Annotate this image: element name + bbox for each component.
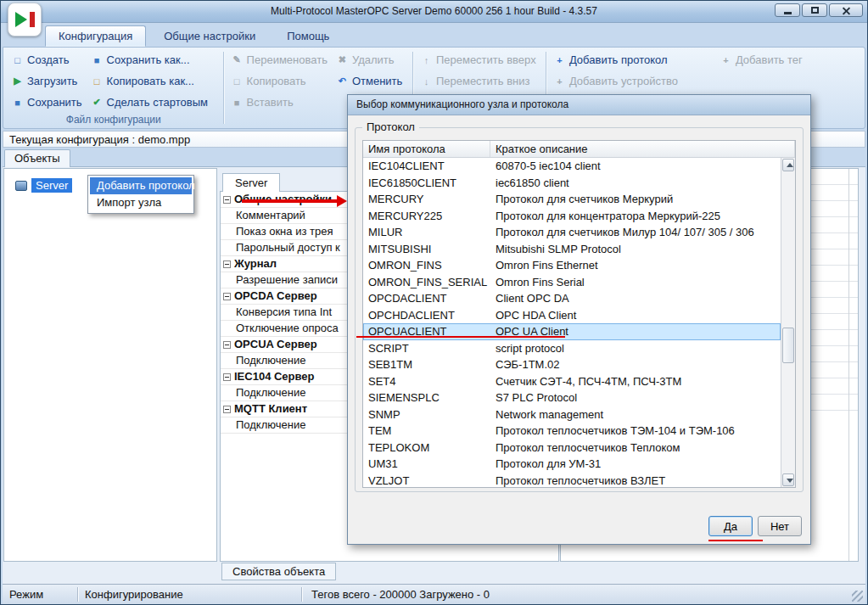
protocol-name-cell: MILUR bbox=[363, 224, 490, 241]
collapse-icon[interactable] bbox=[223, 341, 231, 349]
scroll-down-icon[interactable] bbox=[782, 473, 794, 486]
protocol-row[interactable]: TEMПротокол теплосчетчиков ТЭМ-104 и ТЭМ… bbox=[363, 423, 781, 440]
toolbar-button[interactable]: ↑Переместить вверх bbox=[416, 49, 543, 70]
protocol-rows: IEC104CLIENT60870-5 iec104 clientIEC6185… bbox=[363, 158, 781, 487]
dialog-title: Выбор коммуникационного узла и протокола bbox=[356, 98, 568, 110]
protocol-row[interactable]: MERCURYПротокол для счетчиков Меркурий bbox=[363, 191, 781, 208]
toolbar-button[interactable]: ✔Сделать стартовым bbox=[87, 92, 221, 113]
setting-item-label: IEC104 Сервер bbox=[234, 369, 315, 384]
toolbar-button-label: Добавить тег bbox=[736, 53, 803, 66]
protocol-row[interactable]: MILURПротокол для счетчиков Милур 104/ 1… bbox=[363, 224, 781, 241]
protocol-row[interactable]: OMRON_FINS_SERIALOmron Fins Serial bbox=[363, 274, 781, 291]
toolbar-button[interactable]: ■Сохранить bbox=[7, 92, 87, 113]
setting-item-label: OPCUA Сервер bbox=[234, 337, 317, 352]
dialog-title-bar[interactable]: Выбор коммуникационного узла и протокола bbox=[348, 95, 810, 115]
toolbar-button[interactable]: +Добавить тег bbox=[715, 49, 807, 70]
protocol-row[interactable]: SIEMENSPLCS7 PLC Protocol bbox=[363, 389, 781, 406]
protocol-table-header: Имя протокола Краткое описание bbox=[363, 141, 795, 158]
tab-objects[interactable]: Объекты bbox=[4, 149, 70, 167]
protocol-row[interactable]: TEPLOKOMПротокол теплосчетчиков Теплоком bbox=[363, 440, 781, 457]
toolbar-button[interactable]: ■Вставить bbox=[227, 92, 332, 113]
protocol-name-cell: UM31 bbox=[363, 456, 490, 473]
toolbar-button-label: Копировать bbox=[247, 75, 306, 87]
minimize-button[interactable] bbox=[775, 3, 800, 17]
protocol-desc-cell: Протокол теплосчетчиков Теплоком bbox=[490, 440, 781, 457]
toolbar-group-label: Файл конфигурации bbox=[7, 114, 221, 126]
undo-icon: ↶ bbox=[336, 76, 349, 87]
close-button[interactable] bbox=[829, 3, 863, 17]
toolbar-button[interactable]: □Создать bbox=[7, 49, 87, 70]
protocol-row[interactable]: MITSUBISHIMitsubishi SLMP Protocol bbox=[363, 241, 781, 258]
toolbar-button[interactable]: □Копировать bbox=[227, 70, 332, 92]
protocol-row[interactable]: SEB1TMСЭБ-1ТМ.02 bbox=[363, 356, 781, 373]
collapse-icon[interactable] bbox=[223, 196, 231, 204]
resize-grip[interactable] bbox=[852, 591, 863, 602]
context-menu-item[interactable]: Импорт узла bbox=[90, 194, 192, 211]
collapse-icon[interactable] bbox=[223, 406, 231, 413]
tab-object-properties-label: Свойства объекта bbox=[232, 565, 325, 578]
annotation-underline-selected-row bbox=[356, 336, 565, 338]
protocol-name-cell: SEB1TM bbox=[363, 356, 490, 373]
menu-tab[interactable]: Конфигурация bbox=[45, 25, 146, 47]
toolbar-button-label: Копировать как... bbox=[107, 75, 194, 87]
collapse-icon[interactable] bbox=[223, 373, 231, 381]
protocol-row[interactable]: VZLJOTПротокол теплосчетчиков ВЗЛЕТ bbox=[363, 473, 781, 488]
title-bar[interactable]: Multi-Protocol MasterOPC Server Demo 600… bbox=[1, 1, 867, 23]
protocol-row[interactable]: IEC104CLIENT60870-5 iec104 client bbox=[363, 158, 781, 175]
toolbar-button[interactable]: ✖Удалить bbox=[332, 49, 410, 70]
protocol-desc-cell: OPC HDA Client bbox=[490, 307, 781, 324]
collapse-icon[interactable] bbox=[223, 260, 231, 268]
protocol-row[interactable]: SET4Счетчик СЭТ-4, ПСЧ-4ТМ, ПСЧ-3ТМ bbox=[363, 373, 781, 390]
toolbar-button[interactable]: ↶Отменить bbox=[332, 70, 410, 92]
scrollbar-thumb[interactable] bbox=[782, 328, 794, 363]
protocol-row[interactable]: SNMPNetwork management bbox=[363, 406, 781, 423]
toolbar-button[interactable]: ↓Переместить вниз bbox=[416, 70, 543, 92]
toolbar-button[interactable]: ■Сохранить как... bbox=[87, 49, 221, 70]
protocol-row[interactable]: UM31Протокол для УМ-31 bbox=[363, 456, 781, 473]
setting-item-label: Подключение bbox=[236, 417, 305, 433]
scroll-up-icon[interactable] bbox=[782, 159, 794, 171]
protocol-name-cell: SCRIPT bbox=[363, 340, 490, 357]
table-scrollbar[interactable] bbox=[781, 158, 795, 487]
protocol-name-cell: OPCDACLIENT bbox=[363, 290, 490, 307]
protocol-table: Имя протокола Краткое описание IEC104CLI… bbox=[362, 140, 796, 488]
protocol-name-cell: MERCURY225 bbox=[363, 208, 490, 225]
protocol-row[interactable]: OPCHDACLIENTOPC HDA Client bbox=[363, 307, 781, 324]
protocol-row[interactable]: IEC61850CLIENTiec61850 client bbox=[363, 175, 781, 192]
toolbar-button[interactable]: +Добавить устройство bbox=[549, 70, 715, 92]
menu-tab[interactable]: Помощь bbox=[273, 25, 343, 47]
tab-objects-label: Объекты bbox=[14, 152, 60, 165]
toolbar-button[interactable]: +Добавить протокол bbox=[549, 49, 715, 70]
column-header-protocol-name[interactable]: Имя протокола bbox=[363, 141, 490, 157]
no-button[interactable]: Нет bbox=[758, 516, 802, 536]
protocol-name-cell: OMRON_FINS_SERIAL bbox=[363, 274, 490, 291]
toolbar-button-label: Переименовать bbox=[247, 53, 328, 66]
protocol-name-cell: OPCHDACLIENT bbox=[363, 307, 490, 324]
protocol-name-cell: SIEMENSPLC bbox=[363, 389, 490, 406]
protocol-name-cell: MERCURY bbox=[363, 191, 490, 208]
protocol-row[interactable]: OPCDACLIENTClient OPC DA bbox=[363, 290, 781, 307]
context-menu-item[interactable]: Добавить протокол bbox=[90, 177, 192, 194]
protocol-row[interactable]: SCRIPTscript protocol bbox=[363, 340, 781, 357]
protocol-groupbox: Протокол Имя протокола Краткое описание … bbox=[355, 127, 804, 492]
toolbar-button[interactable]: ✎Переименовать bbox=[227, 49, 332, 70]
delete-icon: ✖ bbox=[336, 54, 349, 65]
yes-button[interactable]: Да bbox=[708, 516, 753, 536]
setting-item-label: OPCDA Сервер bbox=[234, 288, 317, 304]
collapse-icon[interactable] bbox=[223, 293, 231, 300]
column-header-description[interactable]: Краткое описание bbox=[490, 141, 795, 157]
tree-node-server[interactable]: Server bbox=[15, 178, 72, 193]
protocol-row[interactable]: MERCURY225Протокол для концентратора Мер… bbox=[363, 208, 781, 225]
toolbar-button-label: Переместить вниз bbox=[436, 75, 530, 87]
maximize-button[interactable] bbox=[802, 3, 827, 17]
tab-server[interactable]: Server bbox=[222, 173, 280, 192]
annotation-underline-yes-button bbox=[708, 540, 763, 541]
toolbar-button[interactable]: □Копировать как... bbox=[87, 70, 221, 92]
menu-tab[interactable]: Общие настройки bbox=[150, 25, 269, 47]
protocol-row[interactable]: OMRON_FINSOmron Fins Ethernet bbox=[363, 257, 781, 274]
toolbar-button[interactable]: ▶Загрузить bbox=[7, 70, 87, 92]
protocol-name-cell: IEC61850CLIENT bbox=[363, 175, 490, 192]
tab-object-properties[interactable]: Свойства объекта bbox=[221, 563, 336, 580]
status-separator bbox=[77, 587, 79, 602]
protocol-desc-cell: Client OPC DA bbox=[490, 290, 781, 307]
